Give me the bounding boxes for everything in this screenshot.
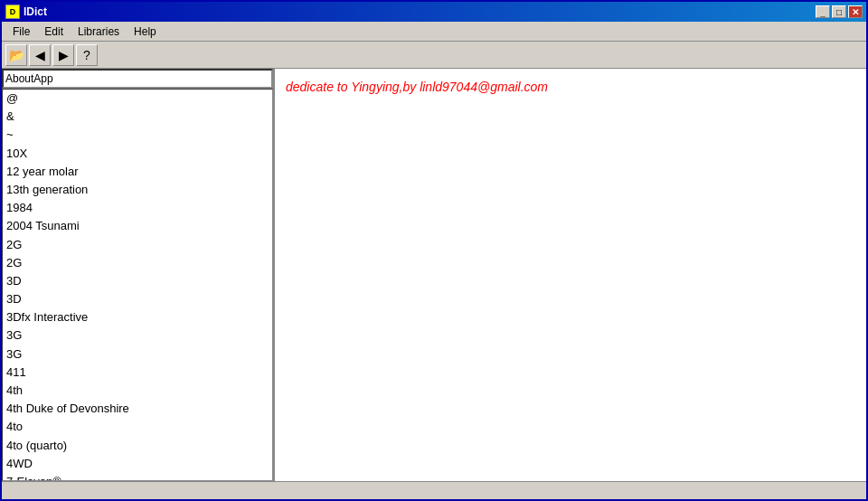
word-item[interactable]: 13th generation xyxy=(3,181,272,199)
word-item[interactable]: 3Dfx Interactive xyxy=(3,308,272,326)
word-item[interactable]: 2G xyxy=(3,236,272,254)
word-item[interactable]: 4to xyxy=(3,418,272,436)
word-item[interactable]: 3G xyxy=(3,345,272,364)
word-item[interactable]: 4th Duke of Devonshire xyxy=(3,400,272,418)
minimize-button[interactable]: _ xyxy=(816,5,830,18)
close-button[interactable]: ✕ xyxy=(848,5,863,18)
toolbar-open-button[interactable]: 📂 xyxy=(5,44,27,66)
word-item[interactable]: 2G xyxy=(3,254,272,272)
menu-help[interactable]: Help xyxy=(127,24,164,40)
app-icon: D xyxy=(5,5,20,19)
word-item[interactable]: 1984 xyxy=(3,199,272,217)
word-item[interactable]: 7-Eleven® xyxy=(3,473,272,481)
word-item[interactable]: 2004 Tsunami xyxy=(3,217,272,235)
title-bar: D IDict _ □ ✕ xyxy=(2,2,866,22)
window-title: IDict xyxy=(24,5,47,18)
word-item[interactable]: 12 year molar xyxy=(3,163,272,181)
word-item[interactable]: ~ xyxy=(3,126,272,144)
toolbar: 📂 ◀ ▶ ? xyxy=(2,42,866,69)
definition-content: dedicate to Yingying,by linld97044@gmail… xyxy=(275,69,866,481)
word-item[interactable]: 4WD xyxy=(3,455,272,473)
search-input[interactable] xyxy=(2,69,273,89)
search-box xyxy=(2,69,273,89)
restore-button[interactable]: □ xyxy=(832,5,846,18)
word-list[interactable]: @&~10X12 year molar13th generation198420… xyxy=(2,89,273,481)
word-item[interactable]: & xyxy=(3,108,272,126)
word-list-panel: @&~10X12 year molar13th generation198420… xyxy=(2,69,275,481)
menu-libraries[interactable]: Libraries xyxy=(71,24,127,40)
definition-panel: dedicate to Yingying,by linld97044@gmail… xyxy=(275,69,866,481)
dedication-text: dedicate to Yingying,by linld97044@gmail… xyxy=(286,80,855,94)
title-bar-left: D IDict xyxy=(5,5,47,19)
menu-file[interactable]: File xyxy=(5,24,37,40)
word-item[interactable]: 3D xyxy=(3,272,272,290)
word-item[interactable]: 4to (quarto) xyxy=(3,437,272,455)
menu-bar: File Edit Libraries Help xyxy=(2,22,866,42)
main-window: D IDict _ □ ✕ File Edit Libraries Help 📂… xyxy=(0,0,868,501)
word-item[interactable]: 3D xyxy=(3,290,272,308)
status-bar xyxy=(2,481,866,499)
word-item[interactable]: 3G xyxy=(3,326,272,345)
toolbar-help-button[interactable]: ? xyxy=(76,44,98,66)
word-item[interactable]: 411 xyxy=(3,364,272,382)
toolbar-back-button[interactable]: ◀ xyxy=(29,44,51,66)
main-content: @&~10X12 year molar13th generation198420… xyxy=(2,69,866,481)
word-item[interactable]: 10X xyxy=(3,145,272,163)
menu-edit[interactable]: Edit xyxy=(37,24,71,40)
toolbar-forward-button[interactable]: ▶ xyxy=(52,44,74,66)
word-item[interactable]: 4th xyxy=(3,382,272,400)
title-buttons: _ □ ✕ xyxy=(816,5,863,18)
word-item[interactable]: @ xyxy=(3,90,272,108)
